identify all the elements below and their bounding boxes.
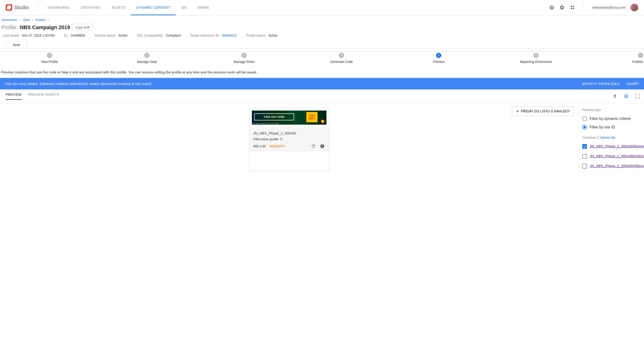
- refresh-icon[interactable]: [310, 144, 316, 149]
- creative-link[interactable]: JN_NBS_Phase_2_300x600(Banner): [590, 163, 644, 168]
- svg-rect-8: [322, 145, 322, 146]
- radio-icon: [582, 116, 587, 121]
- creative-link[interactable]: JN_NBS_Phase_2_300x50(Banner): [590, 144, 644, 148]
- tab-admin[interactable]: ADMIN: [192, 0, 215, 15]
- svg-rect-4: [571, 8, 572, 10]
- breadcrumb-profiles[interactable]: Profiles: [36, 18, 46, 22]
- copy-draft-button[interactable]: Copy draft: [72, 24, 92, 31]
- upload-icon[interactable]: [612, 94, 618, 99]
- banner-message: Vítá vás nový náhled. Zobrazení náhledu …: [5, 82, 582, 86]
- creative-card: FIND OUT HOW ShellGO+ See goplus.shell.c…: [249, 108, 329, 171]
- side-panel: Preview type Filter by dynamic criteria …: [578, 103, 644, 176]
- select-all-link[interactable]: Vybrat vše: [600, 136, 615, 140]
- step-reporting[interactable]: 6Reporting Dimensions: [488, 53, 585, 64]
- last-saved-value: Nov 27, 2019 1:53 PM: [22, 34, 55, 37]
- subtab-preview[interactable]: PREVIEW: [6, 93, 22, 100]
- add-to-preview-list-button[interactable]: PŘIDAT DO LISTU S NÁHLEDY: [512, 106, 574, 116]
- creative-link[interactable]: JN_NBS_Phase_2_300x480(Interstitial): [590, 154, 644, 158]
- advertiser-id-link[interactable]: 60083022: [222, 34, 237, 37]
- creative-name: JN_NBS_Phase_2_300x50: [253, 130, 325, 136]
- add-button-label: PŘIDAT DO LISTU S NÁHLEDY: [521, 109, 570, 113]
- gear-icon[interactable]: [559, 5, 565, 10]
- last-saved-label: Last saved:: [3, 34, 20, 37]
- tab-dynamic-content[interactable]: DYNAMIC CONTENT: [131, 0, 176, 15]
- chevron-right-icon: ›: [32, 18, 33, 22]
- checkbox[interactable]: [582, 154, 587, 159]
- creatives-label: Creatives: [582, 136, 596, 140]
- help-icon[interactable]: ?: [549, 5, 554, 10]
- step-manage-data[interactable]: 2Manage Data: [98, 53, 196, 64]
- shell-go-badge: ShellGO+: [306, 112, 318, 122]
- checkbox[interactable]: [582, 164, 587, 168]
- separator: [38, 4, 38, 11]
- breadcrumb: Advertisers› Shell› Profiles›: [1, 17, 643, 24]
- title-row: Profile: NBS Campaign 2019 Copy draft: [1, 24, 643, 31]
- chevron-right-icon: ›: [48, 18, 49, 22]
- creative-filter-line: Filtrováno podle: 5: [253, 136, 325, 142]
- profile-status-label: Profile status:: [246, 34, 266, 37]
- archive-value: Active: [118, 34, 128, 37]
- radio-filter-dynamic[interactable]: Filter by dynamic criteria: [582, 114, 641, 123]
- breadcrumb-shell[interactable]: Shell: [23, 18, 30, 22]
- tab-creatives[interactable]: CREATIVES: [75, 0, 106, 15]
- apps-icon[interactable]: [570, 5, 575, 10]
- step-new-profile[interactable]: 1New Profile: [1, 53, 98, 64]
- creative-checkbox-row: JN_NBS_Phase_2_300x480(Interstitial): [582, 151, 641, 161]
- user-email[interactable]: mbeckman@vccp.com: [592, 6, 626, 10]
- studio-logo-icon: [6, 4, 12, 11]
- preview-type-label: Preview type: [582, 108, 641, 112]
- creative-checkbox-row: JN_NBS_Phase_2_300x50(Banner): [582, 141, 641, 151]
- profile-status-value: Active: [268, 34, 278, 37]
- radio-filter-rowid[interactable]: Filter by row ID: [582, 123, 641, 132]
- preview-area: PŘIDAT DO LISTU S NÁHLEDY FIND OUT HOW S…: [0, 103, 578, 176]
- radio-icon: [582, 125, 587, 130]
- close-banner-button[interactable]: ZAVŘÍT: [627, 82, 639, 86]
- chevron-right-icon: ›: [20, 18, 20, 22]
- fullscreen-icon[interactable]: [634, 94, 640, 99]
- advertiser-id-label: Studio advertiser ID:: [190, 34, 220, 37]
- info-icon[interactable]: [320, 144, 325, 149]
- start-tour-button[interactable]: SPUSTIT PROHLÍDKU: [582, 82, 620, 86]
- checkbox[interactable]: [582, 144, 587, 149]
- archive-label: Archive status:: [94, 34, 116, 37]
- shell-logo-icon: [320, 118, 325, 123]
- avatar[interactable]: [630, 4, 638, 12]
- nav-tabs: DASHBOARD CREATIVES ASSETS DYNAMIC CONTE…: [42, 0, 214, 15]
- svg-rect-5: [573, 8, 574, 10]
- step-generate-code[interactable]: 4Generate Code: [293, 53, 390, 64]
- tab-dashboard[interactable]: DASHBOARD: [42, 0, 75, 15]
- separator: [584, 4, 584, 11]
- svg-rect-7: [322, 146, 322, 147]
- creative-card-body: JN_NBS_Phase_2_300x50 Filtrováno podle: …: [250, 127, 329, 152]
- svg-rect-3: [573, 6, 574, 7]
- breadcrumb-advertisers[interactable]: Advertisers: [2, 18, 17, 22]
- creative-size: 300 x 50: [253, 144, 266, 148]
- ssl-label: SSL Compatibility:: [137, 34, 164, 37]
- tab-qa[interactable]: QA: [176, 0, 192, 15]
- id-value: 10498854: [71, 34, 85, 37]
- draft-tab[interactable]: Draft: [6, 41, 27, 48]
- ssl-value: Compliant: [166, 34, 181, 37]
- intro-text: Preview creatives that use the code in S…: [0, 66, 644, 78]
- tune-icon[interactable]: [623, 94, 629, 99]
- tour-banner: Vítá vás nový náhled. Zobrazení náhledu …: [0, 78, 644, 90]
- step-preview[interactable]: 5Preview: [390, 53, 488, 64]
- subtabs-row: PREVIEW PREVIEW SHEETS: [0, 90, 644, 103]
- profile-name: NBS Campaign 2019: [20, 24, 70, 30]
- svg-text:?: ?: [551, 6, 553, 10]
- plus-icon: [516, 109, 520, 113]
- creative-preview-image[interactable]: FIND OUT HOW ShellGO+ See goplus.shell.c…: [252, 110, 326, 125]
- subtab-preview-sheets[interactable]: PREVIEW SHEETS: [28, 93, 59, 100]
- top-nav: Studio DASHBOARD CREATIVES ASSETS DYNAMI…: [0, 0, 644, 15]
- creative-status: KONCEPT: [269, 144, 285, 148]
- content: PŘIDAT DO LISTU S NÁHLEDY FIND OUT HOW S…: [0, 103, 644, 176]
- logo[interactable]: Studio: [6, 4, 34, 11]
- step-manage-rules[interactable]: 3Manage Rules: [196, 53, 293, 64]
- meta-row: Last saved:Nov 27, 2019 1:53 PM ID:10498…: [1, 31, 643, 41]
- tab-assets[interactable]: ASSETS: [106, 0, 131, 15]
- creative-checkbox-row: JN_NBS_Phase_2_300x600(Banner): [582, 161, 641, 171]
- step-publish[interactable]: 7Publish: [584, 53, 643, 64]
- creative-fineprint: See goplus.shell.com/co2 for details: [252, 123, 278, 124]
- svg-rect-2: [571, 6, 572, 7]
- nav-right: ? mbeckman@vccp.com: [549, 4, 638, 12]
